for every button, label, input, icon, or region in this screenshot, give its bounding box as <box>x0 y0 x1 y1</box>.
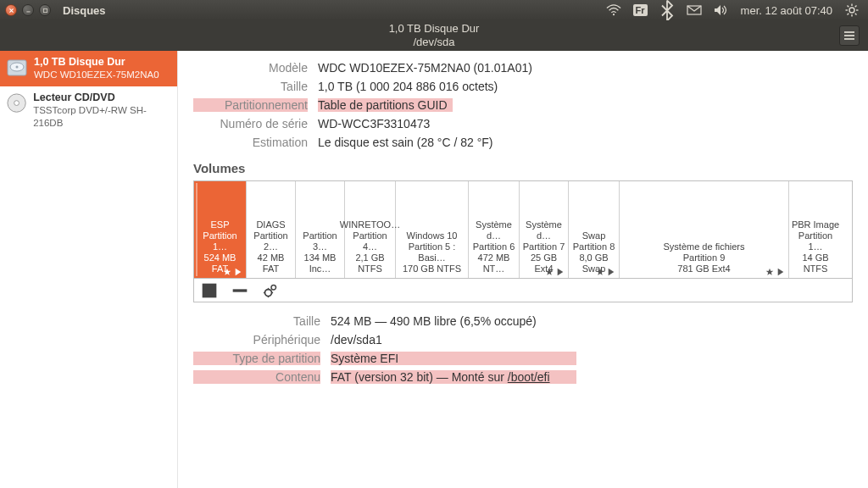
value-psize: 524 MB — 490 MB libre (6,5% occupé) <box>331 314 853 328</box>
volume-fs-label: 42 MB FAT <box>248 252 293 274</box>
volume-partition-label: Partition 6 <box>473 241 515 252</box>
volume-partition[interactable]: DIAGSPartition 2…42 MB FAT <box>247 181 296 278</box>
svg-point-1 <box>612 14 614 15</box>
value-size: 1,0 TB (1 000 204 886 016 octets) <box>318 80 853 93</box>
volume-fs-label: 472 MB NT… <box>470 252 517 274</box>
volume-fs-label: 134 MB Inc… <box>298 252 342 274</box>
volume-title: Système d… <box>470 219 517 241</box>
mount-point-link[interactable]: /boot/efi <box>508 370 550 384</box>
optical-icon <box>5 92 28 115</box>
volume-partition-label: Partition 1… <box>196 230 244 252</box>
device-item-sub: TSSTcorp DVD+/-RW SH-216DB <box>33 104 172 130</box>
system-panel: Disques Fr mer. 12 août 07:40 <box>0 0 868 20</box>
svg-line-10 <box>855 6 857 8</box>
svg-line-8 <box>848 6 849 8</box>
label-model: Modèle <box>193 61 308 75</box>
device-item-hdd[interactable]: 1,0 TB Disque Dur WDC WD10EZEX-75M2NA0 <box>0 51 177 86</box>
app-title: Disques <box>63 4 106 17</box>
volume-title: ESP <box>210 219 229 230</box>
clock[interactable]: mer. 12 août 07:40 <box>741 4 832 17</box>
volume-partition[interactable]: ESPPartition 1…524 MB FAT <box>194 181 247 278</box>
sound-icon[interactable] <box>714 3 729 18</box>
device-item-sub: WDC WD10EZEX-75M2NA0 <box>34 69 159 81</box>
value-ptype: Système EFI <box>331 352 853 365</box>
volume-partition-label: Partition 9 <box>683 252 726 263</box>
volumes-title: Volumes <box>193 161 853 175</box>
volume-partition-label: Partition 8 <box>573 241 615 252</box>
volumes-strip[interactable]: ESPPartition 1…524 MB FATDIAGSPartition … <box>193 180 853 279</box>
svg-point-19 <box>14 101 19 106</box>
volume-title: Système de fichiers <box>664 241 745 252</box>
volume-partition-label: Partition 3… <box>298 230 342 252</box>
volume-partition[interactable]: Système d…Partition 6472 MB NT… <box>469 181 520 278</box>
window-maximize-button[interactable] <box>39 4 51 16</box>
volume-partition[interactable]: Système de fichiersPartition 9781 GB Ext… <box>620 181 789 278</box>
volume-title: DIAGS <box>256 219 285 230</box>
volume-partition[interactable]: SwapPartition 88,0 GB Swap <box>569 181 620 278</box>
wifi-icon[interactable] <box>606 3 621 18</box>
remove-button[interactable] <box>231 282 248 299</box>
window-close-button[interactable] <box>5 4 17 16</box>
value-device: /dev/sda1 <box>331 333 853 347</box>
volume-partition[interactable]: WINRETOO…Partition 4…2,1 GB NTFS <box>345 181 396 278</box>
svg-point-3 <box>849 8 854 13</box>
volume-title: WINRETOO… <box>340 219 400 230</box>
volume-title: Système d… <box>521 219 566 241</box>
volume-title: Windows 10 <box>407 230 458 241</box>
label-serial: Numéro de série <box>193 117 308 130</box>
value-serial: WD-WCC3F3310473 <box>318 117 853 130</box>
label-ptype: Type de partition <box>193 352 320 365</box>
label-assessment: Estimation <box>193 136 308 149</box>
keyboard-layout-indicator[interactable]: Fr <box>633 4 648 16</box>
stop-button[interactable] <box>201 282 218 299</box>
volume-partition-label: Partition 4… <box>347 230 393 252</box>
volume-title: Swap <box>582 230 606 241</box>
partition-details: Taille 524 MB — 490 MB libre (6,5% occup… <box>193 314 853 384</box>
header-title-line2: /dev/sda <box>389 36 480 49</box>
mail-icon[interactable] <box>687 3 702 18</box>
bluetooth-icon[interactable] <box>659 3 675 18</box>
volume-partition[interactable]: Windows 10Partition 5 : Basi…170 GB NTFS <box>396 181 469 278</box>
volume-partition-label: Partition 2… <box>248 230 293 252</box>
volume-fs-label: 14 GB NTFS <box>791 252 840 274</box>
volumes-toolbar <box>193 279 853 302</box>
svg-rect-20 <box>203 283 217 297</box>
svg-point-22 <box>265 289 272 296</box>
main-split: 1,0 TB Disque Dur WDC WD10EZEX-75M2NA0 L… <box>0 51 868 488</box>
volume-partition-label: Partition 5 : Basi… <box>398 241 466 263</box>
volume-fs-label: 170 GB NTFS <box>403 263 461 274</box>
volume-partition[interactable]: Système d…Partition 725 GB Ext4 <box>520 181 569 278</box>
volume-partition[interactable]: PBR ImagePartition 1…14 GB NTFS <box>789 181 842 278</box>
label-psize: Taille <box>193 314 320 328</box>
value-partitioning: Table de partitions GUID <box>318 98 853 112</box>
window-minimize-button[interactable] <box>22 4 34 16</box>
value-model: WDC WD10EZEX-75M2NA0 (01.01A01) <box>318 61 853 75</box>
volume-fs-label: 781 GB Ext4 <box>677 263 730 274</box>
volume-partition[interactable]: Partition 3…134 MB Inc… <box>296 181 345 278</box>
svg-line-9 <box>855 14 857 15</box>
device-item-optical[interactable]: Lecteur CD/DVD TSSTcorp DVD+/-RW SH-216D… <box>0 86 177 135</box>
volume-partition-label: Partition 7 <box>523 241 565 252</box>
label-device: Périphérique <box>193 333 320 347</box>
device-item-name: 1,0 TB Disque Dur <box>34 56 159 69</box>
label-size: Taille <box>193 80 308 93</box>
svg-point-23 <box>271 285 276 290</box>
settings-button[interactable] <box>262 282 279 299</box>
svg-rect-21 <box>233 289 248 291</box>
window-controls <box>5 4 51 16</box>
value-content: FAT (version 32 bit) — Monté sur /boot/e… <box>331 370 853 384</box>
device-sidebar: 1,0 TB Disque Dur WDC WD10EZEX-75M2NA0 L… <box>0 51 178 488</box>
svg-point-17 <box>16 66 19 69</box>
content-pane: Modèle WDC WD10EZEX-75M2NA0 (01.01A01) T… <box>178 51 868 488</box>
volume-fs-label: 2,1 GB NTFS <box>347 252 393 274</box>
header-menu-button[interactable] <box>839 25 860 46</box>
value-assessment: Le disque est sain (28 °C / 82 °F) <box>318 136 853 149</box>
gear-icon[interactable] <box>844 3 860 18</box>
volume-partition-label: Partition 1… <box>791 230 840 252</box>
header-bar: 1,0 TB Disque Dur /dev/sda <box>0 20 868 51</box>
header-title-line1: 1,0 TB Disque Dur <box>389 22 480 36</box>
volume-title: PBR Image <box>792 219 839 230</box>
label-partitioning: Partitionnement <box>193 98 308 112</box>
header-title: 1,0 TB Disque Dur /dev/sda <box>389 22 480 49</box>
svg-rect-0 <box>43 8 47 12</box>
